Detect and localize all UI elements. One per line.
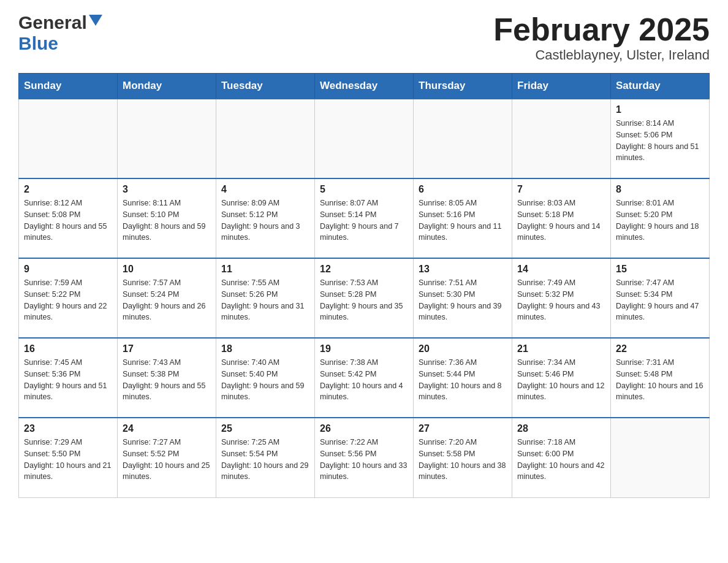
- day-number: 7: [517, 184, 605, 195]
- table-row: 21Sunrise: 7:34 AM Sunset: 5:46 PM Dayli…: [512, 338, 611, 418]
- table-row: 25Sunrise: 7:25 AM Sunset: 5:54 PM Dayli…: [216, 418, 315, 497]
- logo: General Blue: [18, 12, 102, 54]
- day-info: Sunrise: 8:01 AM Sunset: 5:20 PM Dayligh…: [616, 197, 704, 243]
- day-info: Sunrise: 7:53 AM Sunset: 5:28 PM Dayligh…: [320, 277, 408, 323]
- day-number: 10: [123, 264, 211, 275]
- day-info: Sunrise: 7:34 AM Sunset: 5:46 PM Dayligh…: [517, 357, 605, 403]
- table-row: [19, 99, 118, 178]
- day-number: 26: [320, 423, 408, 434]
- day-info: Sunrise: 8:03 AM Sunset: 5:18 PM Dayligh…: [517, 197, 605, 243]
- table-row: 2Sunrise: 8:12 AM Sunset: 5:08 PM Daylig…: [19, 178, 118, 258]
- table-row: 13Sunrise: 7:51 AM Sunset: 5:30 PM Dayli…: [414, 258, 512, 338]
- table-row: 22Sunrise: 7:31 AM Sunset: 5:48 PM Dayli…: [611, 338, 710, 418]
- calendar-header-row: Sunday Monday Tuesday Wednesday Thursday…: [19, 74, 710, 99]
- page-header: General Blue February 2025 Castleblayney…: [18, 12, 710, 63]
- day-number: 9: [24, 264, 112, 275]
- day-number: 11: [221, 264, 309, 275]
- col-thursday: Thursday: [414, 74, 512, 99]
- day-info: Sunrise: 7:43 AM Sunset: 5:38 PM Dayligh…: [123, 357, 211, 403]
- table-row: 5Sunrise: 8:07 AM Sunset: 5:14 PM Daylig…: [315, 178, 414, 258]
- day-number: 12: [320, 264, 408, 275]
- day-info: Sunrise: 7:57 AM Sunset: 5:24 PM Dayligh…: [123, 277, 211, 323]
- table-row: 3Sunrise: 8:11 AM Sunset: 5:10 PM Daylig…: [118, 178, 216, 258]
- col-saturday: Saturday: [611, 74, 710, 99]
- day-number: 19: [320, 343, 408, 354]
- day-info: Sunrise: 7:20 AM Sunset: 5:58 PM Dayligh…: [419, 437, 507, 483]
- col-friday: Friday: [512, 74, 611, 99]
- table-row: 12Sunrise: 7:53 AM Sunset: 5:28 PM Dayli…: [315, 258, 414, 338]
- table-row: 10Sunrise: 7:57 AM Sunset: 5:24 PM Dayli…: [118, 258, 216, 338]
- svg-marker-0: [89, 15, 102, 26]
- col-tuesday: Tuesday: [216, 74, 315, 99]
- calendar-subtitle: Castleblayney, Ulster, Ireland: [493, 47, 710, 63]
- logo-arrow-icon: [89, 15, 102, 28]
- day-number: 25: [221, 423, 309, 434]
- day-number: 27: [419, 423, 507, 434]
- day-number: 6: [419, 184, 507, 195]
- day-number: 22: [616, 343, 704, 354]
- table-row: 27Sunrise: 7:20 AM Sunset: 5:58 PM Dayli…: [414, 418, 512, 497]
- day-number: 5: [320, 184, 408, 195]
- day-info: Sunrise: 7:47 AM Sunset: 5:34 PM Dayligh…: [616, 277, 704, 323]
- table-row: 16Sunrise: 7:45 AM Sunset: 5:36 PM Dayli…: [19, 338, 118, 418]
- calendar-table: Sunday Monday Tuesday Wednesday Thursday…: [18, 73, 710, 498]
- day-info: Sunrise: 8:11 AM Sunset: 5:10 PM Dayligh…: [123, 197, 211, 243]
- day-number: 2: [24, 184, 112, 195]
- day-number: 8: [616, 184, 704, 195]
- calendar-week-row: 2Sunrise: 8:12 AM Sunset: 5:08 PM Daylig…: [19, 178, 710, 258]
- table-row: 9Sunrise: 7:59 AM Sunset: 5:22 PM Daylig…: [19, 258, 118, 338]
- table-row: 4Sunrise: 8:09 AM Sunset: 5:12 PM Daylig…: [216, 178, 315, 258]
- day-info: Sunrise: 8:14 AM Sunset: 5:06 PM Dayligh…: [616, 118, 704, 164]
- day-info: Sunrise: 7:59 AM Sunset: 5:22 PM Dayligh…: [24, 277, 112, 323]
- col-wednesday: Wednesday: [315, 74, 414, 99]
- table-row: 15Sunrise: 7:47 AM Sunset: 5:34 PM Dayli…: [611, 258, 710, 338]
- table-row: [118, 99, 216, 178]
- logo-blue-text: Blue: [18, 33, 58, 54]
- day-info: Sunrise: 7:22 AM Sunset: 5:56 PM Dayligh…: [320, 437, 408, 483]
- table-row: [315, 99, 414, 178]
- day-number: 24: [123, 423, 211, 434]
- day-number: 13: [419, 264, 507, 275]
- table-row: 28Sunrise: 7:18 AM Sunset: 6:00 PM Dayli…: [512, 418, 611, 497]
- day-info: Sunrise: 8:09 AM Sunset: 5:12 PM Dayligh…: [221, 197, 309, 243]
- day-info: Sunrise: 7:18 AM Sunset: 6:00 PM Dayligh…: [517, 437, 605, 483]
- table-row: [611, 418, 710, 497]
- day-number: 15: [616, 264, 704, 275]
- day-info: Sunrise: 7:29 AM Sunset: 5:50 PM Dayligh…: [24, 437, 112, 483]
- day-info: Sunrise: 7:51 AM Sunset: 5:30 PM Dayligh…: [419, 277, 507, 323]
- table-row: 6Sunrise: 8:05 AM Sunset: 5:16 PM Daylig…: [414, 178, 512, 258]
- table-row: 19Sunrise: 7:38 AM Sunset: 5:42 PM Dayli…: [315, 338, 414, 418]
- table-row: [216, 99, 315, 178]
- day-info: Sunrise: 8:07 AM Sunset: 5:14 PM Dayligh…: [320, 197, 408, 243]
- table-row: 11Sunrise: 7:55 AM Sunset: 5:26 PM Dayli…: [216, 258, 315, 338]
- day-number: 4: [221, 184, 309, 195]
- table-row: 26Sunrise: 7:22 AM Sunset: 5:56 PM Dayli…: [315, 418, 414, 497]
- day-info: Sunrise: 7:45 AM Sunset: 5:36 PM Dayligh…: [24, 357, 112, 403]
- day-number: 16: [24, 343, 112, 354]
- table-row: 23Sunrise: 7:29 AM Sunset: 5:50 PM Dayli…: [19, 418, 118, 497]
- day-info: Sunrise: 7:55 AM Sunset: 5:26 PM Dayligh…: [221, 277, 309, 323]
- table-row: 24Sunrise: 7:27 AM Sunset: 5:52 PM Dayli…: [118, 418, 216, 497]
- day-number: 21: [517, 343, 605, 354]
- day-number: 23: [24, 423, 112, 434]
- table-row: 1Sunrise: 8:14 AM Sunset: 5:06 PM Daylig…: [611, 99, 710, 178]
- day-number: 1: [616, 104, 704, 115]
- day-info: Sunrise: 8:05 AM Sunset: 5:16 PM Dayligh…: [419, 197, 507, 243]
- day-number: 14: [517, 264, 605, 275]
- day-info: Sunrise: 7:31 AM Sunset: 5:48 PM Dayligh…: [616, 357, 704, 403]
- calendar-week-row: 9Sunrise: 7:59 AM Sunset: 5:22 PM Daylig…: [19, 258, 710, 338]
- col-monday: Monday: [118, 74, 216, 99]
- table-row: 7Sunrise: 8:03 AM Sunset: 5:18 PM Daylig…: [512, 178, 611, 258]
- day-info: Sunrise: 8:12 AM Sunset: 5:08 PM Dayligh…: [24, 197, 112, 243]
- day-info: Sunrise: 7:36 AM Sunset: 5:44 PM Dayligh…: [419, 357, 507, 403]
- day-number: 17: [123, 343, 211, 354]
- day-info: Sunrise: 7:38 AM Sunset: 5:42 PM Dayligh…: [320, 357, 408, 403]
- day-number: 20: [419, 343, 507, 354]
- col-sunday: Sunday: [19, 74, 118, 99]
- day-info: Sunrise: 7:25 AM Sunset: 5:54 PM Dayligh…: [221, 437, 309, 483]
- day-info: Sunrise: 7:27 AM Sunset: 5:52 PM Dayligh…: [123, 437, 211, 483]
- table-row: 20Sunrise: 7:36 AM Sunset: 5:44 PM Dayli…: [414, 338, 512, 418]
- table-row: 8Sunrise: 8:01 AM Sunset: 5:20 PM Daylig…: [611, 178, 710, 258]
- day-info: Sunrise: 7:49 AM Sunset: 5:32 PM Dayligh…: [517, 277, 605, 323]
- table-row: 18Sunrise: 7:40 AM Sunset: 5:40 PM Dayli…: [216, 338, 315, 418]
